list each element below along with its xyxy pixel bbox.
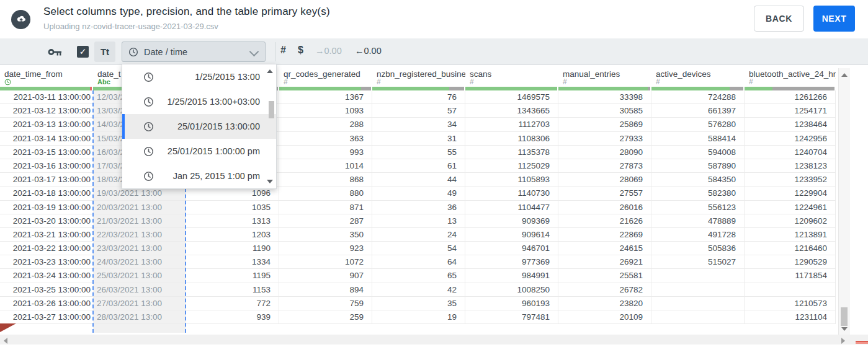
page-subtitle: Uploading nz-covid-tracer-usage-2021-03-… (43, 22, 218, 31)
table-cell: 2021-03-18 13:00:00 (0, 187, 93, 200)
table-cell: 960193 (465, 297, 558, 310)
table-cell: 977369 (465, 255, 558, 268)
scroll-down-icon[interactable] (841, 327, 848, 331)
table-cell: 2021-03-21 13:00:00 (0, 228, 93, 241)
table-cell: 871 (279, 201, 372, 214)
format-option-label: 1/25/2015 13:00+03:00 (154, 97, 276, 107)
column-header-nzbn_registered_busine[interactable]: nzbn_registered_busine# (372, 65, 465, 87)
table-cell: 22869 (558, 228, 651, 241)
primary-key-icon[interactable] (48, 48, 62, 59)
column-name: date_time_from (4, 69, 63, 79)
column-name: date_t (97, 69, 121, 79)
table-cell: 2021-03-12 13:00:00 (0, 104, 93, 117)
table-cell: 923 (279, 242, 372, 255)
text-type-button[interactable]: Tt (94, 42, 115, 62)
table-cell: 49 (372, 187, 465, 200)
table-cell: 1171854 (745, 269, 836, 282)
table-cell: 2021-03-26 13:00:00 (0, 297, 93, 310)
table-cell: 724288 (651, 90, 745, 103)
table-cell: 1224961 (745, 201, 836, 214)
column-name: active_devices (656, 69, 711, 79)
table-cell: 2021-03-23 13:00:00 (0, 255, 93, 268)
table-cell: 1203 (186, 228, 279, 241)
column-header-date_time_from[interactable]: date_time_from (0, 65, 93, 87)
table-cell: 1093 (279, 104, 372, 117)
dropdown-scrollbar-thumb[interactable] (269, 101, 274, 118)
clock-icon (143, 171, 154, 182)
integer-type-button[interactable]: # (280, 45, 286, 56)
table-cell: 556123 (651, 201, 745, 214)
table-cell: 478889 (651, 214, 745, 227)
increase-precision-button[interactable]: →0.00 (315, 46, 342, 56)
table-cell: 894 (279, 283, 372, 296)
table-cell: 1210573 (745, 297, 836, 310)
clock-icon (128, 47, 138, 57)
format-option-label: Jan 25, 2015 1:00 pm (154, 171, 276, 181)
scroll-down-icon[interactable] (267, 180, 273, 183)
format-option[interactable]: Jan 25, 2015 1:00 pm (122, 164, 276, 188)
scroll-up-icon[interactable] (841, 73, 848, 77)
table-cell: 24/03/2021 13:00 (93, 255, 186, 268)
table-cell: 1135378 (465, 146, 558, 159)
table-cell: 61 (372, 159, 465, 172)
table-cell: 76 (372, 90, 465, 103)
format-option[interactable]: 1/25/2015 13:00 (122, 64, 276, 89)
column-header-bluetooth_active_24_hr_[interactable]: bluetooth_active_24_hr_# (745, 65, 836, 87)
table-row: 2021-03-22 13:00:0023/03/2021 13:0011909… (0, 242, 836, 255)
table-cell: 2021-03-27 13:00:00 (0, 310, 93, 323)
vertical-scrollbar[interactable] (838, 68, 850, 335)
scroll-up-icon[interactable] (267, 69, 273, 73)
table-cell: 772 (186, 297, 279, 310)
format-option-list: 1/25/2015 13:001/25/2015 13:00+03:0025/0… (122, 64, 276, 188)
clock-icon (143, 97, 154, 107)
table-cell: 880 (279, 187, 372, 200)
currency-type-button[interactable]: $ (298, 45, 303, 56)
column-header-scans[interactable]: scans# (465, 65, 558, 87)
table-cell (745, 283, 836, 296)
decrease-precision-button[interactable]: ←0.00 (355, 46, 382, 56)
checkbox-checked[interactable]: ✓ (77, 46, 89, 58)
table-cell: 2021-03-11 13:00:00 (0, 90, 93, 103)
table-cell: 64 (372, 255, 465, 268)
table-cell: 909369 (465, 214, 558, 227)
table-row: 2021-03-27 13:00:0028/03/2021 13:0093925… (0, 310, 836, 324)
horizontal-scrollbar[interactable] (0, 335, 868, 345)
table-cell: 1035 (186, 201, 279, 214)
table-cell: 28090 (558, 146, 651, 159)
table-cell: 1233952 (745, 173, 836, 186)
table-cell: 22/03/2021 13:00 (93, 228, 186, 241)
table-cell: 28069 (558, 173, 651, 186)
table-row: 2021-03-25 13:00:0026/03/2021 13:0011538… (0, 283, 836, 297)
type-dropdown-button[interactable]: Date / time (122, 42, 266, 62)
column-name: manual_entries (563, 69, 620, 79)
table-cell: 584350 (651, 173, 745, 186)
table-cell: 1231104 (745, 310, 836, 323)
table-cell: 25869 (558, 118, 651, 131)
upload-cloud-icon (11, 10, 30, 29)
table-cell: 1105893 (465, 173, 558, 186)
vertical-scrollbar-thumb[interactable] (841, 307, 848, 326)
table-cell: 34 (372, 118, 465, 131)
table-row: 2021-03-19 13:00:0020/03/2021 13:0010358… (0, 201, 836, 214)
table-cell: 21/03/2021 13:00 (93, 214, 186, 227)
table-cell: 939 (186, 310, 279, 323)
back-button[interactable]: BACK (754, 6, 804, 32)
table-cell: 1195 (186, 269, 279, 282)
table-cell: 2021-03-15 13:00:00 (0, 146, 93, 159)
column-header-manual_entries[interactable]: manual_entries# (558, 65, 651, 87)
column-header-qr_codes_generated[interactable]: qr_codes_generated# (279, 65, 372, 87)
table-cell: 1104477 (465, 201, 558, 214)
table-cell: 1313 (186, 214, 279, 227)
format-option[interactable]: 25/01/2015 1:00:00 pm (122, 139, 276, 164)
table-cell: 13 (372, 214, 465, 227)
format-option[interactable]: 25/01/2015 13:00:00 (122, 114, 276, 139)
scroll-left-icon[interactable] (4, 338, 7, 344)
table-cell: 2021-03-25 13:00:00 (0, 283, 93, 296)
table-cell: 588414 (651, 132, 745, 145)
scroll-error-marker (856, 341, 868, 344)
scroll-right-icon[interactable] (841, 338, 845, 344)
column-header-active_devices[interactable]: active_devices# (651, 65, 745, 87)
next-button[interactable]: NEXT (813, 6, 855, 32)
table-cell (651, 269, 745, 282)
format-option[interactable]: 1/25/2015 13:00+03:00 (122, 89, 276, 114)
